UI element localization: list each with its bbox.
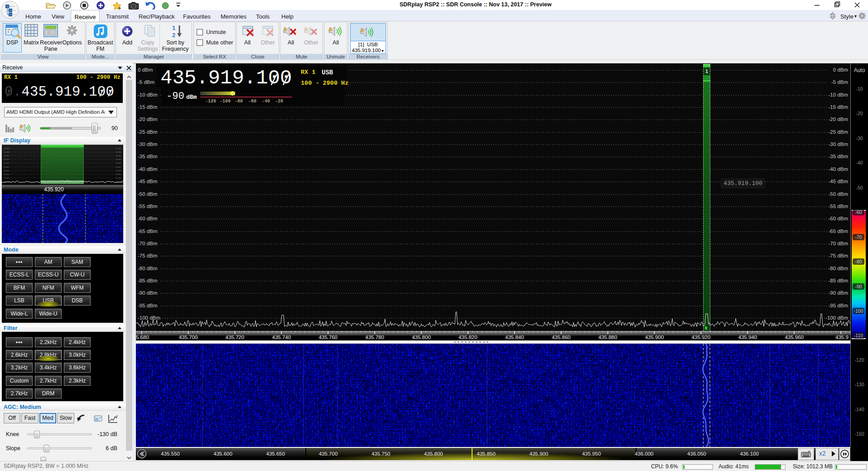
svg-text:1: 1 xyxy=(172,24,175,31)
svg-text:2: 2 xyxy=(172,32,175,39)
